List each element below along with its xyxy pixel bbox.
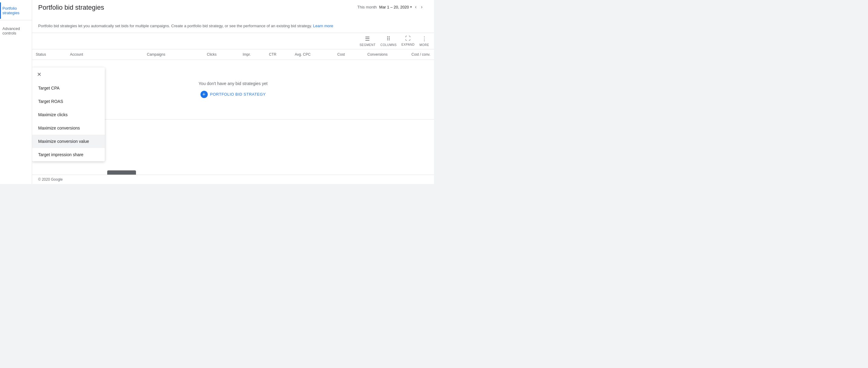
empty-state-text: You don't have any bid strategies yet: [199, 81, 268, 86]
date-range-value: Mar 1 – 20, 2020: [379, 5, 409, 9]
columns-button[interactable]: ⠿ COLUMNS: [380, 35, 397, 46]
col-header-avg-cpc: Avg. CPC: [280, 49, 314, 60]
col-header-account: Account: [66, 49, 143, 60]
segment-icon: ☰: [365, 35, 370, 42]
dropdown-item-maximize-clicks[interactable]: Maximize clicks: [32, 108, 105, 121]
page-description-area: Portfolio bid strategies let you automat…: [32, 18, 434, 33]
bid-strategy-dropdown: ✕ Target CPA Target ROAS Maximize clicks…: [32, 67, 105, 161]
table-area: Status Account Campaigns Clicks Impr.: [32, 49, 434, 175]
dropdown-item-maximize-conversions[interactable]: Maximize conversions: [32, 121, 105, 135]
learn-more-link[interactable]: Learn more: [313, 24, 333, 28]
add-icon: +: [200, 91, 208, 98]
expand-button[interactable]: ⛶ EXPAND: [402, 35, 414, 46]
date-range-label: This month: [358, 5, 377, 9]
dropdown-overlay: ✕ Target CPA Target ROAS Maximize clicks…: [32, 67, 105, 161]
more-button[interactable]: ⋮ MORE: [420, 35, 429, 46]
main-content: Portfolio bid strategies This month Mar …: [32, 0, 434, 184]
copyright-text: © 2020 Google: [38, 177, 63, 181]
date-range-picker[interactable]: This month Mar 1 – 20, 2020 ▾ ‹ ›: [358, 4, 424, 10]
expand-icon: ⛶: [405, 35, 411, 42]
col-header-cost-conv: Cost / conv.: [391, 49, 434, 60]
header-bar: Portfolio bid strategies This month Mar …: [32, 0, 434, 18]
sidebar: Portfolio strategies Advanced controls: [0, 0, 32, 184]
page-title: Portfolio bid strategies: [38, 4, 104, 11]
columns-icon: ⠿: [386, 35, 391, 42]
date-nav-arrows: ‹ ›: [413, 4, 424, 10]
table-header-row: Status Account Campaigns Clicks Impr.: [32, 49, 434, 60]
dropdown-close-button[interactable]: ✕: [32, 67, 105, 81]
dropdown-item-target-roas[interactable]: Target ROAS: [32, 95, 105, 108]
page-description: Portfolio bid strategies let you automat…: [38, 23, 428, 29]
col-header-ctr: CTR: [254, 49, 280, 60]
dropdown-item-target-impression-share[interactable]: Target impression share: [32, 148, 105, 161]
col-header-impr: Impr.: [220, 49, 254, 60]
col-header-campaigns: Campaigns: [143, 49, 186, 60]
date-caret-icon: ▾: [410, 5, 412, 9]
sidebar-divider: [0, 20, 32, 20]
dropdown-item-target-cpa[interactable]: Target CPA: [32, 81, 105, 95]
col-header-status: Status: [32, 49, 66, 60]
close-icon: ✕: [37, 71, 41, 78]
segment-button[interactable]: ☰ SEGMENT: [360, 35, 376, 46]
footer: © 2020 Google: [32, 175, 434, 184]
sidebar-item-advanced-controls[interactable]: Advanced controls: [0, 23, 32, 39]
sidebar-item-portfolio-strategies[interactable]: Portfolio strategies: [0, 2, 32, 19]
add-portfolio-strategy-button[interactable]: + PORTFOLIO BID STRATEGY: [200, 91, 266, 98]
col-header-cost: Cost: [314, 49, 349, 60]
tooltip: Sets bids to get the most conversion val…: [107, 170, 136, 175]
dropdown-item-maximize-conversion-value[interactable]: Maximize conversion value: [32, 135, 105, 148]
more-icon: ⋮: [422, 35, 427, 42]
date-next-button[interactable]: ›: [419, 4, 424, 10]
col-header-conversions: Conversions: [349, 49, 391, 60]
date-prev-button[interactable]: ‹: [413, 4, 418, 10]
col-header-clicks: Clicks: [186, 49, 220, 60]
toolbar: ☰ SEGMENT ⠿ COLUMNS ⛶ EXPAND ⋮ MORE: [32, 33, 434, 49]
